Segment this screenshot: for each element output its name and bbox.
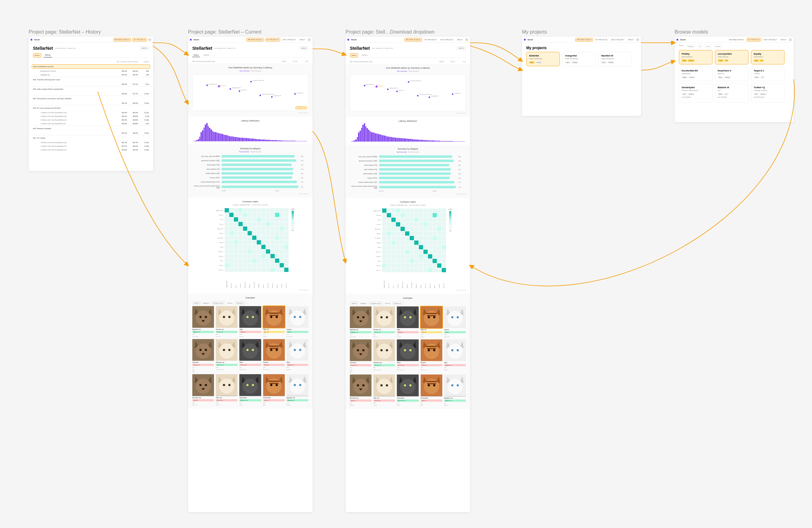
model-card[interactable]: ExcellentNet B4 Classification EffNetPyT…: [679, 67, 712, 81]
example-image[interactable]: [373, 339, 395, 361]
nav-add[interactable]: ADD A PROJECT: [281, 38, 297, 41]
history-commit[interactable]: See more/fewer commits: [32, 64, 150, 69]
example-image[interactable]: [421, 306, 442, 328]
example-card[interactable]: Egyptian cat Egyptian cat 94% Angora: [287, 374, 308, 405]
history-commit[interactable]: #32: Readme updated: [29, 126, 153, 131]
history-commit[interactable]: #35: Help snippet Python placeholder: [29, 86, 153, 92]
example-card[interactable]: Alley Tabby cat 40% Candle: [397, 306, 419, 338]
tab-history[interactable]: History: [202, 53, 211, 57]
example-card[interactable]: Angora Angora 91% Done trans: [287, 306, 308, 337]
history-commit[interactable]: #31: Fix merge: [29, 135, 153, 141]
scatter-dot[interactable]: [376, 86, 378, 88]
example-card[interactable]: Egyptian cat Egyptian cat 95% Gray cobat: [350, 306, 372, 338]
nav-my-projects[interactable]: MY PROJECTS: [423, 38, 438, 41]
example-card[interactable]: Unknown Persian cat 51% long Alley: [192, 339, 214, 372]
open-button[interactable]: Open: [529, 61, 535, 63]
search-input[interactable]: Search: [350, 302, 358, 305]
category-select[interactable]: Domestic cats ▾: [211, 301, 226, 305]
avatar-icon[interactable]: [789, 38, 792, 41]
nav-about[interactable]: ABOUT: [456, 38, 464, 41]
example-image[interactable]: [192, 306, 214, 328]
watch-button[interactable]: WATCH: [457, 46, 466, 50]
nav-about[interactable]: ABOUT: [627, 38, 635, 41]
example-image[interactable]: [444, 375, 466, 396]
filter-starred[interactable]: Starred: [714, 45, 722, 48]
example-image[interactable]: [350, 375, 372, 396]
nav-browse[interactable]: BROWSE MODELS: [575, 38, 593, 42]
history-run[interactable]: -n Python v2.8.3 and NumpyPhate v1382.7%…: [29, 144, 153, 148]
example-image[interactable]: [263, 339, 285, 361]
scatter-dot[interactable]: [408, 81, 409, 83]
example-card[interactable]: Manx Persian cat 66% Domestic cat: [239, 339, 261, 372]
open-button[interactable]: Open: [601, 61, 607, 63]
example-image[interactable]: [397, 375, 419, 396]
example-image[interactable]: [373, 375, 395, 396]
scatter-dot[interactable]: [206, 85, 208, 86]
example-card[interactable]: Siamese cat Siamese cat 88% Unknown loop: [216, 339, 237, 372]
model-card[interactable]: LincorperNert Object detection YOLOTF: [715, 50, 749, 64]
example-card[interactable]: Persian cat Persian cat 80% Door-sur: [373, 306, 395, 338]
tab-history[interactable]: History: [361, 53, 369, 57]
example-card[interactable]: Havana Tabby cat 43% Siamese cat: [421, 339, 442, 373]
example-image[interactable]: [239, 339, 261, 361]
nav-browse[interactable]: BROWSE MODELS: [728, 38, 745, 41]
history-run[interactable]: -n Python v2.4.0 and TensorFlow v1.0182.…: [29, 141, 153, 144]
download-dropdown[interactable]: DOWNLOAD: [295, 106, 307, 109]
scatter-plot[interactable]: EquicityNet v6StellarNetSpillageNet 0.51…: [350, 74, 466, 111]
example-image[interactable]: [216, 306, 237, 328]
example-card[interactable]: Alley Egyptian cat 38% Angora: [444, 339, 466, 373]
example-card[interactable]: Alley Egyptian cat 38% Angora: [287, 339, 308, 372]
tab-status[interactable]: Status: [192, 53, 200, 57]
search-input[interactable]: Search: [192, 301, 201, 305]
example-card[interactable]: Unbranded Tiger cat 55% Alley: [421, 375, 442, 406]
watch-button[interactable]: WATCH: [299, 46, 308, 50]
nav-add[interactable]: ADD A PROJECT: [439, 38, 454, 41]
model-card[interactable]: SimilarityNet Semantic representation CL…: [679, 84, 712, 103]
example-card[interactable]: Unbranded Tiger cat 55% Alley: [263, 374, 285, 405]
scatter-dot[interactable]: [387, 88, 389, 90]
confusion-matrix[interactable]: Egyptian MauSiberianFalcoPersianAbyssini…: [364, 208, 446, 272]
scatter-dot[interactable]: [396, 91, 398, 92]
example-card[interactable]: Manx Persian cat 66% Domestic cat: [397, 339, 419, 373]
category-select[interactable]: Domestic cats ▾: [369, 302, 383, 305]
scatter-dot[interactable]: [239, 90, 240, 92]
settings-button[interactable]: Settings: [608, 61, 614, 63]
tab-history[interactable]: History: [44, 53, 52, 57]
nav-browse[interactable]: BROWSE MODELS: [404, 38, 422, 42]
nav-add[interactable]: ADD A PROJECT: [763, 38, 778, 41]
example-image[interactable]: [421, 375, 442, 396]
example-image[interactable]: [192, 339, 214, 361]
watch-button[interactable]: WATCH: [140, 46, 149, 50]
scatter-dot[interactable]: [294, 93, 296, 94]
example-card[interactable]: Burmese cat Tiger cat 40% Alley cat: [350, 375, 372, 406]
history-run[interactable]: -n Python v2.4.0 and TensorFlow v1.0183.…: [29, 111, 153, 115]
example-image[interactable]: [216, 374, 237, 396]
history-run[interactable]: -n Python v2.8.3 and NumpyPhate v1383.1%…: [29, 115, 153, 118]
nav-my-projects[interactable]: MY PROJECTS: [265, 38, 280, 42]
example-image[interactable]: [287, 306, 308, 328]
nav-about[interactable]: ABOUT: [779, 38, 787, 41]
sort-select[interactable]: Random ▾: [235, 301, 245, 305]
example-card[interactable]: Angora Angora 91% Done trans: [444, 306, 466, 338]
example-card[interactable]: Abyssinian Abyssinian cat 92% Manx: [239, 374, 261, 405]
example-image[interactable]: [192, 374, 214, 396]
example-card[interactable]: Egyptian cat Egyptian cat 95% Gray cobat: [192, 306, 214, 337]
example-image[interactable]: [239, 306, 261, 328]
example-card[interactable]: Tiger cat Tiger cat 72% Quince: [263, 306, 285, 337]
example-image[interactable]: [287, 339, 308, 361]
nav-my-projects[interactable]: MY PROJECTS: [594, 38, 609, 41]
sort-select[interactable]: Random ▾: [392, 302, 403, 305]
example-card[interactable]: Persian cat Persian cat 80% Door-sur: [216, 306, 237, 337]
example-image[interactable]: [239, 374, 261, 396]
open-button[interactable]: Open: [565, 61, 570, 63]
nav-my-projects[interactable]: MY PROJECTS: [132, 38, 147, 42]
nav-browse[interactable]: BROWSE MODELS: [246, 38, 264, 42]
example-card[interactable]: Burmese cat Tiger cat 40% Alley cat: [192, 374, 214, 405]
scatter-dot[interactable]: [417, 95, 419, 97]
scatter-plot[interactable]: EquicityNet v6StellarNetSpillageNet 0.51…: [192, 74, 308, 111]
avatar-icon[interactable]: [148, 38, 151, 41]
example-image[interactable]: [287, 374, 308, 396]
example-card[interactable]: Tiger cat Tiger cat 72% Quince: [421, 306, 442, 338]
nav-browse[interactable]: BROWSE MODELS: [113, 38, 131, 42]
example-card[interactable]: Alley Tabby cat 40% Candle: [239, 306, 261, 337]
